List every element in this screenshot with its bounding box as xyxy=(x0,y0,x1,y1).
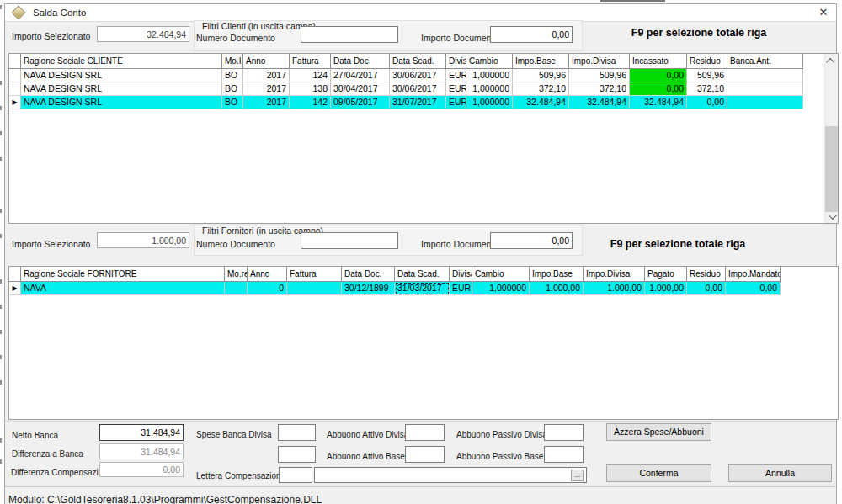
grid-cell[interactable]: 0,00 xyxy=(630,82,687,96)
background-artifact xyxy=(0,305,2,309)
abbuono-passivo-base-field[interactable] xyxy=(544,446,584,463)
grid-cell[interactable]: 32.484,94 xyxy=(513,96,569,109)
abbuono-passivo-divisa-field[interactable] xyxy=(544,424,584,441)
grid-header-cell: Residuo xyxy=(687,267,726,282)
grid-header-cell: Impo.Base xyxy=(530,267,584,282)
grid-header-cell: Impo.Divisa xyxy=(584,267,645,282)
grid-row[interactable]: ▶NAVA030/12/189931/03/2017EUR1,0000001.0… xyxy=(9,282,838,295)
grid-cell[interactable]: 372,10 xyxy=(569,82,630,96)
grid-cell[interactable]: 30/06/2017 xyxy=(390,69,446,82)
grid-cell[interactable]: 0,00 xyxy=(630,69,687,82)
abbuono-attivo-base-field[interactable] xyxy=(405,446,445,463)
grid-cell[interactable]: 32.484,94 xyxy=(569,96,630,109)
grid-cell[interactable]: EUR xyxy=(446,82,466,96)
grid-header-cell: Divisa xyxy=(450,267,472,282)
background-artifact xyxy=(0,209,2,213)
clients-grid-scrollbar[interactable] xyxy=(824,54,838,223)
importo-documento-fornitori-field[interactable] xyxy=(490,232,573,249)
close-icon[interactable]: ✕ xyxy=(816,5,831,20)
spese-banca-base-field[interactable] xyxy=(278,446,316,463)
grid-cell[interactable]: 27/04/2017 xyxy=(331,69,390,82)
grid-row[interactable]: NAVA DESIGN SRLBO201712427/04/201730/06/… xyxy=(9,69,838,82)
f9-hint-fornitori: F9 per selezione totale riga xyxy=(585,238,770,250)
grid-cell[interactable]: NAVA DESIGN SRL xyxy=(21,69,222,82)
grid-cell[interactable]: 1.000,00 xyxy=(645,282,687,295)
grid-cell[interactable]: NAVA DESIGN SRL xyxy=(21,82,222,96)
grid-cell[interactable]: 509,96 xyxy=(569,69,630,82)
grid-row[interactable]: ▶NAVA DESIGN SRLBO201714209/05/201731/07… xyxy=(9,96,838,109)
grid-cell[interactable] xyxy=(727,96,803,109)
grid-cell[interactable] xyxy=(287,282,342,295)
grid-cell[interactable]: NAVA xyxy=(21,282,225,295)
grid-cell[interactable]: BO xyxy=(222,82,243,96)
azzera-spese-abbuoni-button[interactable]: Azzera Spese/Abbuoni xyxy=(606,423,711,441)
browse-ellipsis-button[interactable]: ... xyxy=(571,470,584,481)
grid-cell[interactable]: EUR xyxy=(446,69,466,82)
grid-cell[interactable]: 372,10 xyxy=(513,82,569,96)
grid-cell[interactable]: 124 xyxy=(290,69,331,82)
grid-cell[interactable]: 1,000000 xyxy=(466,82,513,96)
abbuono-attivo-base-label: Abbuono Attivo Base xyxy=(327,452,405,461)
differenza-a-banca-field[interactable] xyxy=(99,443,184,459)
grid-cell[interactable]: BO xyxy=(222,69,243,82)
grid-cell[interactable]: EUR xyxy=(450,282,472,295)
importo-documento-clienti-field[interactable] xyxy=(490,26,573,43)
lettera-compensazione-code-field[interactable] xyxy=(279,467,312,483)
grid-header-cell: Impo.Divisa xyxy=(569,54,630,69)
importo-selezionato-clienti-field[interactable] xyxy=(97,26,189,42)
conferma-button[interactable]: Conferma xyxy=(606,464,711,482)
grid-header-row: Ragione Sociale CLIENTEMo.I.AnnoFatturaD… xyxy=(9,54,838,69)
grid-cell[interactable]: 30/12/1899 xyxy=(342,282,395,295)
grid-cell[interactable]: 32.484,94 xyxy=(630,96,687,109)
differenza-compensazione-field[interactable] xyxy=(99,462,184,477)
grid-cell[interactable]: 09/05/2017 xyxy=(331,96,390,109)
grid-cell[interactable]: 2017 xyxy=(243,82,290,96)
grid-cell[interactable]: 0,00 xyxy=(687,282,726,295)
numero-documento-clienti-field[interactable] xyxy=(301,26,398,43)
background-artifact xyxy=(0,5,2,9)
grid-cell[interactable]: 0 xyxy=(248,282,287,295)
grid-cell[interactable]: 0,00 xyxy=(687,96,727,109)
grid-cell[interactable]: EUR xyxy=(446,96,466,109)
grid-row[interactable]: NAVA DESIGN SRLBO201713830/04/201730/06/… xyxy=(9,82,838,96)
abbuono-passivo-base-label: Abbuono Passivo Base xyxy=(456,452,543,461)
grid-cell[interactable]: 372,10 xyxy=(687,82,727,96)
spese-banca-divisa-field[interactable] xyxy=(278,424,316,441)
chevron-up-icon xyxy=(826,57,834,66)
grid-cell[interactable]: 30/04/2017 xyxy=(331,82,390,96)
grid-cell[interactable]: NAVA DESIGN SRL xyxy=(21,96,222,109)
grid-cell[interactable]: 31/07/2017 xyxy=(390,96,446,109)
grid-cell[interactable]: 2017 xyxy=(243,69,290,82)
chevron-down-icon xyxy=(829,211,837,220)
scroll-up-button[interactable] xyxy=(825,54,838,67)
grid-cell[interactable]: 509,96 xyxy=(513,69,569,82)
netto-banca-field[interactable] xyxy=(99,424,184,441)
grid-cell[interactable] xyxy=(727,69,803,82)
grid-cell[interactable]: 138 xyxy=(290,82,331,96)
grid-cell[interactable]: 1.000,00 xyxy=(584,282,645,295)
scroll-down-button[interactable] xyxy=(825,210,838,223)
grid-header-cell: Anno xyxy=(243,54,290,69)
grid-cell[interactable]: BO xyxy=(222,96,243,109)
grid-cell[interactable]: 1.000,00 xyxy=(530,282,584,295)
grid-cell[interactable]: 1,000000 xyxy=(466,96,513,109)
scrollbar-thumb[interactable] xyxy=(825,126,838,212)
grid-cell[interactable] xyxy=(225,282,248,295)
grid-cell[interactable]: 509,96 xyxy=(687,69,727,82)
importo-selezionato-fornitori-field[interactable] xyxy=(97,232,189,248)
grid-header-cell: Divisa xyxy=(446,54,466,69)
grid-cell[interactable]: 142 xyxy=(290,96,331,109)
numero-documento-fornitori-field[interactable] xyxy=(301,232,398,249)
grid-cell[interactable]: 30/06/2017 xyxy=(390,82,446,96)
grid-cell[interactable]: 31/03/2017 xyxy=(395,282,450,295)
annulla-button[interactable]: Annulla xyxy=(728,464,832,482)
grid-cell[interactable]: 2017 xyxy=(243,96,290,109)
grid-cell[interactable]: 1,000000 xyxy=(472,282,530,295)
window-title: Salda Conto xyxy=(33,8,86,18)
grid-cell[interactable] xyxy=(727,82,803,96)
abbuono-attivo-divisa-field[interactable] xyxy=(405,424,445,441)
netto-banca-label: Netto Banca xyxy=(12,431,58,440)
grid-cell[interactable]: 1,000000 xyxy=(466,69,513,82)
lettera-compensazione-text-field[interactable] xyxy=(314,467,587,483)
grid-cell[interactable]: 0,00 xyxy=(726,282,781,295)
